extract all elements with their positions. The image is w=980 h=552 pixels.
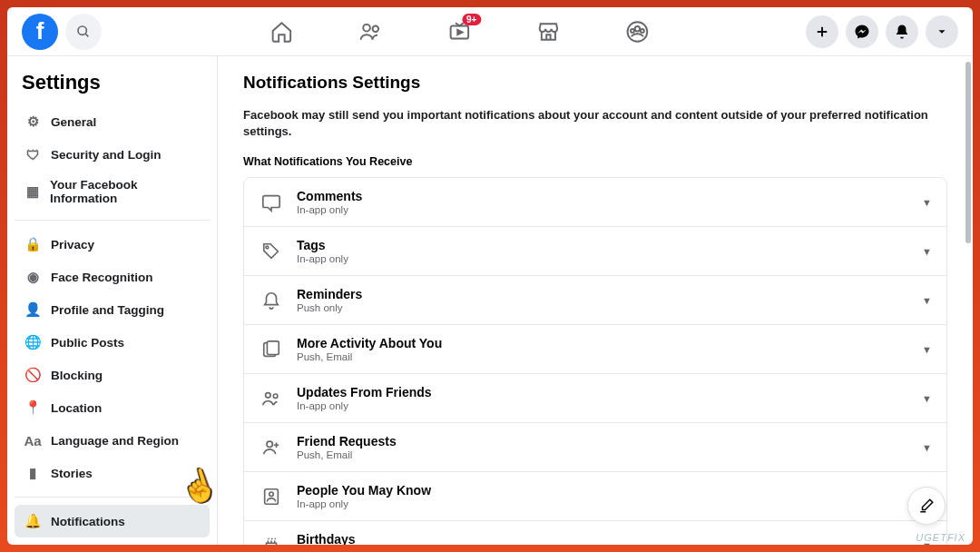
chevron-down-icon: ▼: [922, 442, 932, 453]
people-icon: [259, 484, 284, 509]
row-tags[interactable]: TagsIn-app only ▼: [244, 227, 946, 276]
divider: [15, 497, 210, 498]
notifications-card: CommentsIn-app only ▼ TagsIn-app only ▼ …: [243, 177, 947, 545]
edit-icon: [918, 498, 935, 514]
sidebar-item-face-recognition[interactable]: ◉ Face Recognition: [15, 261, 210, 293]
search-button[interactable]: [65, 14, 102, 50]
settings-sidebar: Settings ⚙ General 🛡 Security and Login …: [7, 56, 218, 545]
gear-icon: ⚙: [24, 113, 42, 131]
nav-groups[interactable]: [624, 19, 650, 44]
svg-point-18: [270, 492, 274, 497]
row-reminders[interactable]: RemindersPush only ▼: [244, 276, 946, 325]
row-label: More Activity About You: [297, 336, 922, 350]
main-content: Notifications Settings Facebook may stil…: [218, 56, 973, 545]
svg-point-6: [635, 26, 640, 31]
chevron-down-icon: ▼: [922, 295, 932, 306]
sidebar-item-notifications[interactable]: 🔔 Notifications: [15, 505, 210, 537]
sidebar-item-security[interactable]: 🛡 Security and Login: [15, 138, 210, 171]
friends-icon: [259, 386, 284, 411]
facebook-logo[interactable]: f: [22, 14, 58, 50]
sidebar-item-label: Location: [51, 401, 102, 415]
sidebar-item-language[interactable]: Aa Language and Region: [15, 424, 210, 457]
top-right: [806, 15, 958, 48]
watermark: UGETFIX: [916, 532, 965, 543]
sidebar-item-profile-tagging[interactable]: 👤 Profile and Tagging: [15, 293, 210, 326]
sidebar-item-label: Privacy: [51, 238, 94, 251]
svg-point-0: [78, 26, 86, 34]
notifications-button[interactable]: [886, 15, 918, 48]
plus-icon: [814, 24, 830, 40]
svg-point-14: [266, 392, 271, 398]
nav-marketplace[interactable]: [535, 19, 561, 44]
sidebar-item-label: Your Facebook Information: [50, 178, 201, 205]
scrollbar[interactable]: [965, 62, 971, 243]
svg-point-11: [266, 246, 269, 249]
sidebar-title: Settings: [15, 67, 210, 105]
sidebar-item-public-posts[interactable]: 🌐 Public Posts: [15, 326, 210, 359]
chevron-down-icon: ▼: [922, 197, 932, 208]
sidebar-item-location[interactable]: 📍 Location: [15, 391, 210, 424]
chevron-down-icon: ▼: [922, 344, 932, 355]
svg-point-15: [273, 394, 278, 399]
chevron-down-icon: ▼: [922, 246, 932, 257]
sidebar-item-label: Language and Region: [51, 434, 179, 448]
svg-point-3: [373, 25, 379, 32]
sidebar-item-blocking[interactable]: 🚫 Blocking: [15, 359, 210, 391]
birthday-icon: [259, 533, 284, 545]
chevron-down-icon: [936, 25, 948, 38]
search-icon: [76, 25, 91, 39]
watch-badge: 9+: [462, 14, 481, 25]
svg-point-16: [267, 441, 272, 447]
sidebar-item-mobile[interactable]: 📱 Mobile: [15, 537, 210, 545]
svg-point-2: [363, 24, 370, 31]
row-label: Reminders: [297, 287, 922, 301]
svg-point-7: [631, 28, 634, 32]
language-icon: Aa: [24, 431, 42, 449]
nav-home[interactable]: [269, 19, 294, 44]
sidebar-item-privacy[interactable]: 🔒 Privacy: [15, 228, 210, 261]
nav-watch[interactable]: 9+: [446, 19, 472, 44]
messenger-button[interactable]: [846, 15, 878, 48]
sidebar-item-label: Face Recognition: [51, 271, 153, 284]
create-button[interactable]: [806, 15, 838, 48]
profile-icon: 👤: [24, 301, 42, 319]
comment-icon: [259, 190, 284, 215]
row-label: Updates From Friends: [297, 385, 922, 399]
row-comments[interactable]: CommentsIn-app only ▼: [244, 178, 946, 227]
activity-icon: [259, 337, 284, 362]
row-updates-friends[interactable]: Updates From FriendsIn-app only ▼: [244, 374, 946, 423]
location-icon: 📍: [24, 399, 42, 417]
sidebar-item-stories[interactable]: ▮ Stories: [15, 457, 210, 489]
row-label: Friend Requests: [297, 434, 922, 448]
svg-line-1: [85, 34, 88, 36]
block-icon: 🚫: [24, 366, 42, 384]
sidebar-item-your-info[interactable]: ▦ Your Facebook Information: [15, 171, 210, 212]
chevron-down-icon: ▼: [922, 393, 932, 404]
globe-icon: 🌐: [24, 333, 42, 351]
sidebar-item-label: Profile and Tagging: [51, 303, 164, 317]
row-label: Comments: [297, 189, 922, 203]
edit-float-button[interactable]: [907, 487, 946, 525]
row-sub: Push, Email: [297, 351, 922, 362]
nav-friends[interactable]: [358, 19, 383, 44]
row-label: Birthdays: [297, 532, 922, 545]
row-birthdays[interactable]: BirthdaysPush only ▼: [244, 521, 946, 545]
account-button[interactable]: [926, 15, 958, 48]
svg-rect-13: [267, 340, 279, 354]
row-people-you-may-know[interactable]: People You May KnowIn-app only ▼: [244, 472, 946, 521]
section-label: What Notifications You Receive: [243, 155, 947, 168]
row-more-activity[interactable]: More Activity About YouPush, Email ▼: [244, 325, 946, 374]
sidebar-item-label: Stories: [51, 467, 93, 480]
face-icon: ◉: [24, 268, 42, 286]
bell-icon: [894, 24, 910, 40]
row-friend-requests[interactable]: Friend RequestsPush, Email ▼: [244, 423, 946, 472]
body: Settings ⚙ General 🛡 Security and Login …: [7, 56, 973, 545]
bell-icon: 🔔: [24, 512, 42, 530]
sidebar-item-general[interactable]: ⚙ General: [15, 105, 210, 138]
marketplace-icon: [536, 20, 560, 44]
row-sub: Push, Email: [297, 449, 922, 460]
sidebar-item-label: Notifications: [51, 515, 125, 528]
row-sub: In-app only: [297, 400, 922, 411]
friend-request-icon: [259, 435, 284, 460]
stories-icon: ▮: [24, 464, 42, 482]
